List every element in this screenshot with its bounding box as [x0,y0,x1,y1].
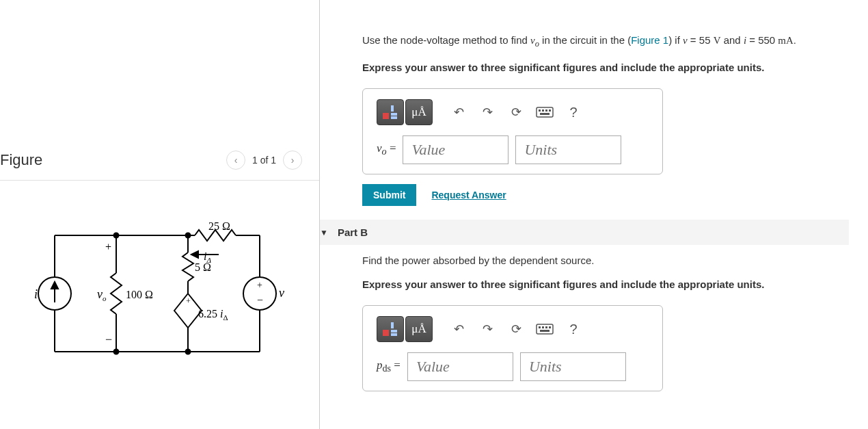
prompt-and: and [721,34,744,46]
prompt-period: . [794,34,796,46]
part-a-submit-row: Submit Request Answer [362,184,861,206]
collapse-caret-icon: ▼ [320,228,328,237]
part-b-units-input[interactable] [520,352,626,381]
svg-marker-22 [191,251,198,258]
part-b: Find the power absorbed by the dependent… [320,255,868,391]
label-depsrc: 6.25 iΔ [198,308,228,322]
submit-button[interactable]: Submit [362,184,416,206]
help-button[interactable]: ? [560,99,587,125]
depsrc-plus: + [186,296,191,306]
svg-rect-42 [540,330,550,332]
prompt-mid: in the circuit in the ( [539,34,631,46]
part-b-instruction: Express your answer to three significant… [362,278,861,290]
part-a: Use the node-voltage method to find vo i… [320,0,868,206]
eq1-val: = 55 [688,34,714,46]
figure-header: Figure ‹ 1 of 1 › [0,137,319,181]
part-a-toolbar: μÅ ↶ ↷ ⟳ ? [377,99,649,126]
keyboard-button[interactable] [531,316,558,342]
svg-rect-38 [539,326,541,328]
undo-button[interactable]: ↶ [445,316,472,342]
part-b-header[interactable]: ▼ Part B [320,220,849,245]
svg-point-18 [186,233,191,238]
units-button[interactable]: μÅ [405,316,433,342]
label-r25: 25 Ω [208,222,230,232]
redo-button[interactable]: ↷ [474,316,501,342]
figure-pane: Figure ‹ 1 of 1 › [0,0,320,429]
part-a-answer-box: μÅ ↶ ↷ ⟳ ? vo = [362,88,663,174]
part-b-input-row: pds = [377,352,649,381]
svg-point-20 [186,350,191,354]
svg-rect-27 [537,107,553,117]
svg-rect-41 [549,326,551,328]
figure-title: Figure [0,151,42,169]
svg-rect-28 [539,109,541,112]
part-a-input-row: vo = [377,135,649,164]
svg-marker-9 [51,282,58,289]
undo-button[interactable]: ↶ [445,99,472,125]
part-b-toolbar: μÅ ↶ ↷ ⟳ ? [377,315,649,343]
help-button[interactable]: ? [560,316,587,342]
part-b-answer-box: μÅ ↶ ↷ ⟳ ? pds = [362,305,663,391]
figure-link[interactable]: Figure 1 [631,34,668,46]
eq1-lhs: v [683,35,688,46]
svg-rect-23 [383,113,389,119]
svg-rect-31 [549,109,551,112]
reset-button[interactable]: ⟳ [502,99,530,125]
part-a-units-input[interactable] [515,135,621,164]
eq1-unit: V [714,35,721,46]
part-b-title: Part B [338,226,368,238]
redo-button[interactable]: ↷ [474,99,501,125]
svg-rect-39 [542,326,544,328]
part-a-var-label: vo = [377,142,396,157]
part-a-instruction: Express your answer to three significant… [362,62,861,73]
prompt-prefix: Use the node-voltage method to find [362,34,530,46]
svg-rect-25 [391,113,397,116]
svg-rect-32 [540,113,550,115]
circuit-diagram: i 25 Ω 5 Ω iΔ 100 Ω vo + − 6.25 iΔ + v +… [21,222,294,379]
part-b-prompt: Find the power absorbed by the dependent… [362,255,861,266]
label-v: v [279,286,284,300]
figure-prev-button[interactable]: ‹ [226,151,245,170]
label-i: i [34,287,38,301]
label-r100: 100 Ω [126,289,153,300]
svg-rect-24 [391,105,394,112]
question-pane: Use the node-voltage method to find vo i… [320,0,868,429]
vsrc-minus: − [257,294,263,306]
request-answer-link[interactable]: Request Answer [431,190,506,200]
keyboard-button[interactable] [531,99,558,125]
prompt-var: vo [530,35,539,46]
svg-rect-26 [391,116,397,119]
eq2-val: = 550 [746,34,778,46]
template-button[interactable] [377,99,404,125]
figure-nav: ‹ 1 of 1 › [226,151,302,170]
svg-rect-29 [542,109,544,112]
label-vo: vo [97,287,107,302]
label-minus: − [105,333,112,346]
part-b-value-input[interactable] [407,352,513,381]
svg-rect-35 [391,330,397,333]
svg-rect-37 [537,324,553,334]
svg-rect-30 [545,109,547,112]
svg-point-17 [114,233,119,238]
reset-button[interactable]: ⟳ [502,316,530,342]
eq2-unit: mA [778,35,794,46]
part-a-prompt: Use the node-voltage method to find vo i… [362,34,861,49]
units-button[interactable]: μÅ [405,99,433,125]
label-plus: + [105,241,111,252]
svg-rect-36 [391,333,397,336]
svg-rect-34 [391,322,394,328]
figure-next-button[interactable]: › [283,151,302,170]
svg-rect-40 [545,326,547,328]
vsrc-plus: + [257,280,262,290]
figure-counter: 1 of 1 [249,155,279,166]
part-b-var-label: pds = [377,359,401,374]
prompt-after-link: ) if [668,34,683,46]
svg-rect-33 [383,330,389,336]
svg-point-19 [114,350,119,354]
template-button[interactable] [377,316,404,342]
part-a-value-input[interactable] [403,135,508,164]
